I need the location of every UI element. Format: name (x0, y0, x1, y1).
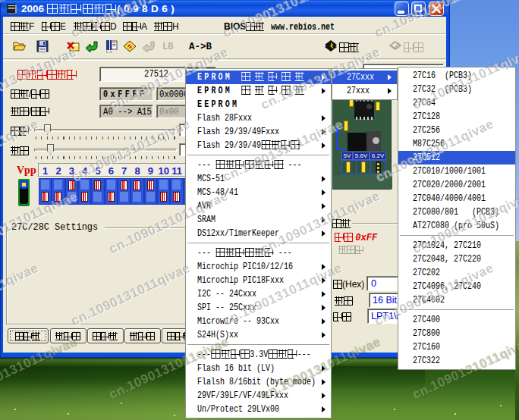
svg-text:t...t: t...t (106, 49, 112, 54)
